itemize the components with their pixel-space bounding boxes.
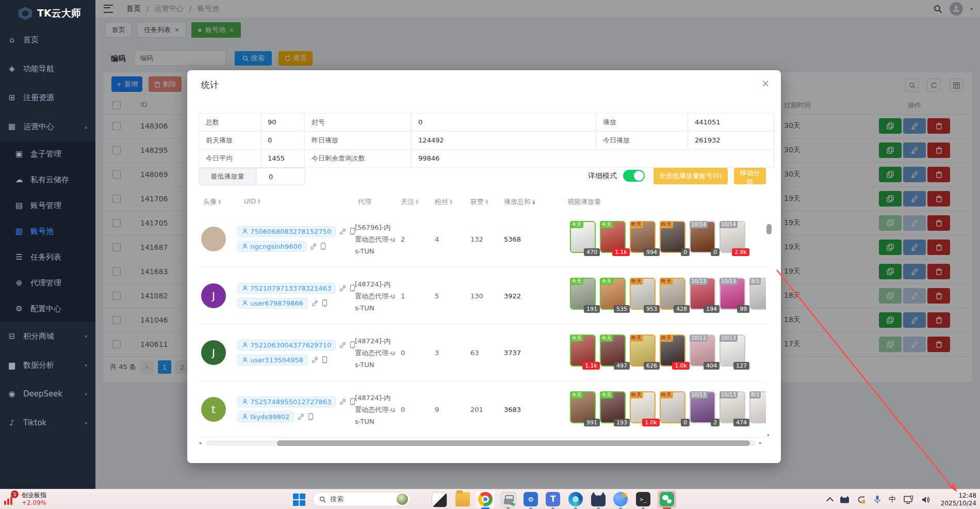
chrome-icon[interactable] xyxy=(478,492,493,506)
username-chip[interactable]: tkyds99802 xyxy=(237,411,294,422)
select-low-play-button[interactable]: 全选低播放量账号(0) xyxy=(654,168,728,184)
video-thumbnail[interactable]: 10/13 2 xyxy=(690,391,715,423)
wechat-icon[interactable] xyxy=(660,492,674,506)
tray-overflow-icon[interactable] xyxy=(826,497,834,504)
sidebar-item[interactable]: ▣ 盒子管理 xyxy=(0,141,95,167)
taskbar-search[interactable]: 搜索 xyxy=(313,492,411,506)
avatar[interactable]: J xyxy=(201,340,226,365)
avatar-column-header[interactable]: 头像▲▼ xyxy=(203,197,221,206)
search-highlight-image[interactable] xyxy=(397,494,408,505)
video-thumbnail[interactable]: 今天 1.1k xyxy=(570,335,596,367)
follow-column-header[interactable]: 关注▲▼ xyxy=(401,197,418,206)
sidebar-item[interactable]: ⌂ 首页 xyxy=(0,25,95,54)
video-thumbnail[interactable]: 今天 1.1k xyxy=(600,221,626,253)
detail-mode-toggle[interactable] xyxy=(623,170,645,182)
video-thumbnail[interactable]: 今天 991 xyxy=(570,391,596,423)
video-thumbnail[interactable]: 10/13 194 xyxy=(690,278,715,310)
video-thumbnail[interactable]: 昨天 953 xyxy=(630,278,656,310)
sidebar-item[interactable]: ⚙ 配置中心 xyxy=(0,296,95,322)
cat-app-icon[interactable] xyxy=(591,492,606,506)
link-icon[interactable] xyxy=(298,413,304,420)
avatar[interactable] xyxy=(201,227,226,251)
video-thumbnail[interactable]: 10/14 0 xyxy=(690,221,715,253)
sidebar-item[interactable]: ⊕ 代理管理 xyxy=(0,270,95,296)
sidebar-item[interactable]: ▤ 账号管理 xyxy=(0,193,95,218)
uid-chip[interactable]: 7506068083278152750 xyxy=(237,226,336,237)
sync-icon[interactable] xyxy=(857,495,866,504)
terminal-icon[interactable]: >_ xyxy=(636,492,650,506)
sidebar-item[interactable]: ▦ 运营中心 ▴ xyxy=(0,112,95,141)
move-group-button[interactable]: 移动分组 xyxy=(734,168,766,184)
link-icon[interactable] xyxy=(312,300,318,307)
sidebar-item[interactable]: ◈ 功能导航 xyxy=(0,54,95,83)
video-thumbnail[interactable]: 昨天 1.0k xyxy=(630,391,656,423)
sort-icon[interactable]: ▲▼ xyxy=(257,198,260,204)
horizontal-scroll-thumb[interactable] xyxy=(277,440,750,446)
display-icon[interactable] xyxy=(904,496,913,504)
phone-icon[interactable] xyxy=(308,413,314,420)
link-icon[interactable] xyxy=(339,228,346,235)
video-thumbnail[interactable]: 10/14 2.8k xyxy=(720,221,745,253)
link-icon[interactable] xyxy=(339,342,346,348)
scroll-down-icon[interactable]: ▾ xyxy=(767,433,770,438)
total-plays-column-header[interactable]: 播放总和▲▼ xyxy=(504,197,535,206)
security-app-icon[interactable] xyxy=(501,492,516,507)
file-explorer-icon[interactable] xyxy=(455,492,470,506)
start-button[interactable] xyxy=(293,494,305,506)
video-thumbnail[interactable]: 今天 497 xyxy=(600,335,626,367)
video-thumbnail[interactable]: 昨天 626 xyxy=(630,335,656,367)
volume-icon[interactable] xyxy=(921,496,930,504)
link-icon[interactable] xyxy=(312,357,318,363)
sidebar-item[interactable]: ⊟ 积分商城 ▾ xyxy=(0,322,95,351)
fans-column-header[interactable]: 粉丝▲▼ xyxy=(435,197,452,206)
sidebar-item[interactable]: ▆ 数据分析 ▾ xyxy=(0,351,95,379)
link-icon[interactable] xyxy=(339,285,346,292)
scroll-right-icon[interactable]: ▸ xyxy=(759,440,762,446)
edge-icon[interactable] xyxy=(568,492,583,506)
uid-chip[interactable]: 7521079713378321463 xyxy=(237,283,336,294)
video-thumbnail[interactable]: 昨天 0 xyxy=(660,391,685,423)
video-thumbnail[interactable]: 今天 535 xyxy=(600,278,626,310)
video-thumbnail[interactable]: 今天 191 xyxy=(570,278,596,310)
link-icon[interactable] xyxy=(339,399,346,405)
chat-app-icon[interactable] xyxy=(613,492,628,506)
video-thumbnail[interactable]: 10/13 474 xyxy=(720,391,745,423)
driver-app-icon[interactable]: ⚙ xyxy=(524,492,538,506)
video-thumbnail[interactable]: 10/13 404 xyxy=(690,335,715,367)
video-thumbnail[interactable]: 今天 470 xyxy=(570,221,596,253)
video-thumbnail[interactable]: 昨天 428 xyxy=(660,278,685,310)
sidebar-item[interactable]: ☰ 任务列表 xyxy=(0,244,95,270)
uid-chip[interactable]: 7525748955012727863 xyxy=(237,396,336,407)
sidebar-item[interactable]: ♪ Tiktok ▾ xyxy=(0,408,95,437)
video-thumbnail[interactable]: 10/13 127 xyxy=(720,335,745,367)
avatar[interactable]: t xyxy=(201,397,226,422)
avatar[interactable]: J xyxy=(201,283,226,308)
sidebar-item[interactable]: ⊞ 注册资源 xyxy=(0,83,95,112)
scroll-left-icon[interactable]: ◂ xyxy=(199,440,201,446)
min-play-input[interactable] xyxy=(256,168,305,185)
microphone-icon[interactable] xyxy=(874,495,881,504)
sidebar-item[interactable]: ☁ 私有云储存 xyxy=(0,167,95,193)
video-thumbnail[interactable]: 10/13 99 xyxy=(720,278,745,310)
uid-chip[interactable]: 7521063004377629710 xyxy=(237,340,336,351)
uid-column-header[interactable]: UID▲▼ xyxy=(244,197,260,205)
likes-column-header[interactable]: 获赞▲▼ xyxy=(470,197,488,206)
widgets-button[interactable]: 5 创业板指 +2.09% xyxy=(4,491,46,506)
video-thumbnail[interactable]: 8/3 1 xyxy=(749,278,766,310)
link-icon[interactable] xyxy=(310,243,317,250)
video-thumbnail[interactable]: 今天 193 xyxy=(600,391,626,423)
vertical-scroll-thumb[interactable] xyxy=(766,224,772,234)
sort-icon[interactable]: ▲▼ xyxy=(450,199,452,205)
sort-icon[interactable]: ▲▼ xyxy=(416,199,418,205)
close-icon[interactable]: × xyxy=(761,77,770,89)
video-thumbnail[interactable]: 昨天 994 xyxy=(630,221,656,253)
video-thumbnail[interactable]: 昨天 1.0k xyxy=(660,335,685,367)
phone-icon[interactable] xyxy=(320,243,326,250)
sort-icon[interactable]: ▲▼ xyxy=(532,199,535,205)
sort-icon[interactable]: ▲▼ xyxy=(485,199,488,205)
video-thumbnail[interactable]: 昨天 0 xyxy=(660,221,685,253)
phone-icon[interactable] xyxy=(322,299,328,307)
teams-app-icon[interactable]: T xyxy=(546,492,560,506)
username-chip[interactable]: user679879866 xyxy=(237,298,308,309)
ime-indicator[interactable]: 中 xyxy=(889,495,896,504)
